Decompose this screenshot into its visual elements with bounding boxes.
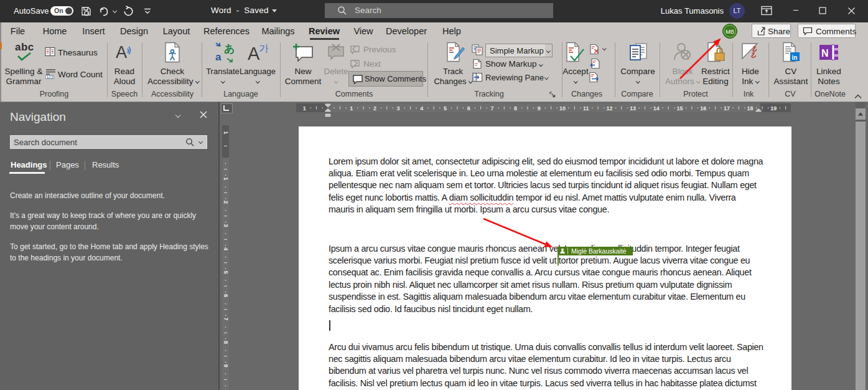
svg-text:11: 11	[583, 105, 589, 112]
svg-text:2: 2	[373, 105, 376, 112]
svg-text:13: 13	[630, 105, 636, 112]
svg-text:8: 8	[514, 105, 517, 112]
svg-text:12: 12	[606, 105, 612, 112]
svg-text:123: 123	[47, 75, 54, 79]
svg-text:4: 4	[223, 247, 229, 250]
svg-text:9: 9	[538, 105, 541, 112]
svg-text:1: 1	[223, 131, 229, 134]
svg-text:14: 14	[653, 105, 660, 112]
svg-text:15: 15	[676, 105, 683, 112]
svg-text:3: 3	[223, 224, 229, 227]
svg-text:a: a	[215, 51, 222, 63]
svg-text:7: 7	[490, 105, 493, 112]
svg-text:8: 8	[223, 341, 229, 344]
svg-text:A: A	[116, 43, 127, 62]
svg-text:あ: あ	[224, 43, 235, 55]
svg-text:1: 1	[350, 105, 353, 112]
svg-text:3: 3	[397, 105, 400, 112]
svg-text:9: 9	[223, 364, 229, 367]
svg-text:가: 가	[259, 43, 268, 54]
svg-text:in: in	[792, 54, 798, 61]
svg-text:19: 19	[770, 105, 777, 112]
svg-text:5: 5	[444, 105, 447, 112]
svg-text:18: 18	[747, 105, 754, 112]
svg-text:16: 16	[700, 105, 706, 112]
svg-text:2: 2	[223, 201, 229, 204]
svg-text:17: 17	[724, 105, 730, 112]
svg-text:6: 6	[223, 294, 229, 297]
svg-text:1: 1	[223, 177, 229, 180]
svg-text:A: A	[248, 44, 260, 63]
svg-text:10: 10	[559, 105, 566, 112]
svg-text:4: 4	[420, 105, 423, 112]
svg-text:5: 5	[223, 270, 229, 273]
svg-text:N: N	[821, 48, 829, 59]
svg-text:6: 6	[467, 105, 470, 112]
svg-text:1: 1	[303, 105, 306, 112]
svg-text:7: 7	[223, 317, 229, 320]
